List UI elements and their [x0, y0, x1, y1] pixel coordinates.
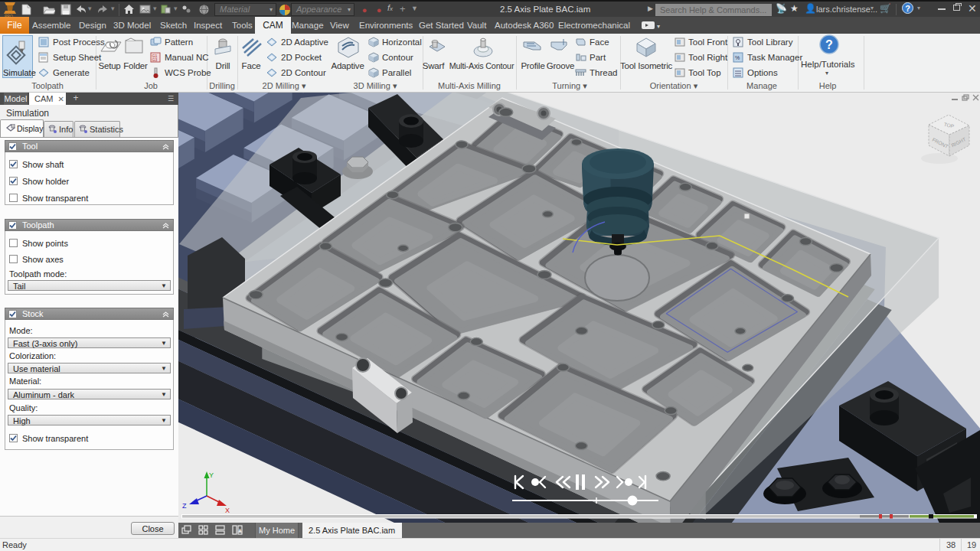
svg-text:?: ? — [825, 38, 833, 51]
svg-text:G3: G3 — [152, 57, 158, 62]
svg-text:Y: Y — [209, 471, 214, 479]
svg-text:X: X — [225, 507, 230, 514]
svg-text:%: % — [735, 55, 740, 60]
svg-text:Z: Z — [182, 502, 187, 510]
